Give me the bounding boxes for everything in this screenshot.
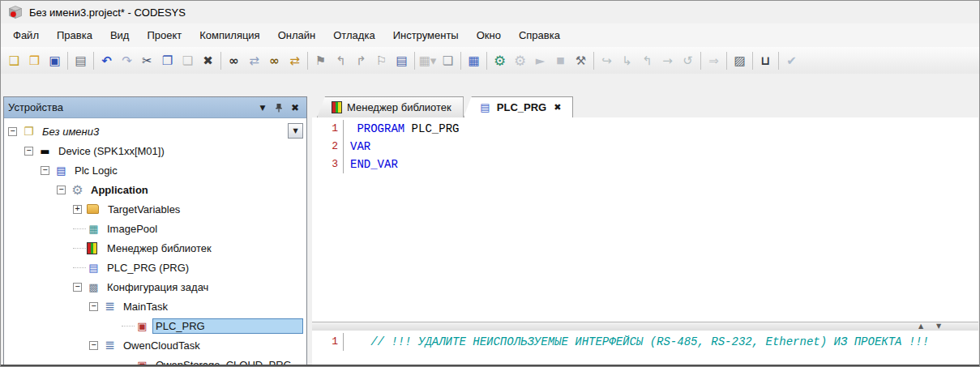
display-mode-button[interactable]: ▨ [730, 50, 750, 71]
toggle-bookmark-button[interactable]: ⚑ [310, 50, 331, 71]
library-manager-icon [87, 242, 97, 254]
next-bookmark-button[interactable]: ↱ [351, 50, 371, 71]
update-device-button[interactable]: ✔ [781, 50, 802, 71]
save-project-button[interactable]: ▣ [45, 50, 65, 71]
devices-panel-title: Устройства [8, 101, 254, 113]
menu-online[interactable]: Онлайн [269, 23, 325, 47]
toolbar-separator [414, 52, 415, 70]
close-icon[interactable]: ✖ [288, 100, 302, 115]
tree-connector [122, 326, 135, 326]
folder-icon [87, 204, 99, 214]
print-button[interactable]: ▤ [71, 50, 91, 71]
declaration-editor[interactable]: 1 PROGRAM PLC_PRG 2 VAR 3 END_VAR [312, 117, 978, 322]
step-into-button[interactable]: ↳ [617, 50, 637, 71]
reset-button[interactable]: ↺ [678, 50, 698, 71]
expand-toggle-icon[interactable] [57, 186, 66, 194]
tree-item-project-root[interactable]: Без имени3 [4, 122, 306, 141]
pou-document-icon [478, 101, 492, 113]
step-over-button[interactable]: ↪ [597, 50, 617, 71]
undo-button[interactable]: ↶ [96, 50, 117, 71]
menu-build[interactable]: Компиляция [190, 23, 268, 47]
menu-help[interactable]: Справка [510, 23, 569, 47]
implementation-editor[interactable]: 1 // !!! УДАЛИТЕ НЕИСПОЛЬЗУЕМЫЕ ИНТЕРФЕЙ… [312, 331, 978, 365]
show-next-statement-button[interactable]: ⇒ [704, 50, 724, 71]
find-button[interactable]: ∞ [224, 50, 244, 71]
tree-item-application[interactable]: Application [4, 180, 306, 199]
expand-toggle-icon[interactable] [89, 302, 98, 311]
step-out-button[interactable]: ↰ [637, 50, 657, 71]
copy-button[interactable]: ❐ [157, 50, 178, 71]
logout-button[interactable]: ⚙ [510, 50, 530, 71]
start-button[interactable]: ► [530, 50, 550, 71]
menu-debug[interactable]: Отладка [324, 23, 383, 47]
root-dropdown-button[interactable]: ▼ [288, 123, 303, 139]
toolbar-separator [93, 52, 94, 70]
new-object-button[interactable]: ❏ [438, 50, 458, 71]
code-text: PROGRAM PLC_PRG [344, 120, 459, 138]
collapse-up-icon[interactable]: ▲ [914, 322, 928, 330]
tab-plc-prg[interactable]: PLC_PRG ✖ [464, 96, 574, 117]
close-tab-icon[interactable]: ✖ [554, 102, 561, 113]
codesys-logo-icon [8, 6, 23, 19]
find-in-project-button[interactable]: ∞ [264, 50, 285, 71]
menu-window[interactable]: Окно [468, 23, 510, 47]
build-button[interactable]: ▦ [464, 50, 484, 71]
tree-item-task-configuration[interactable]: Конфигурация задач [4, 277, 306, 297]
declarations-view-button[interactable]: ▦▾ [417, 50, 438, 71]
replace-button[interactable]: ⇄ [244, 50, 264, 71]
image-pool-icon [87, 223, 101, 235]
delete-button[interactable]: ✖ [198, 50, 218, 71]
tab-label: PLC_PRG [497, 101, 546, 113]
expand-toggle-icon[interactable] [24, 147, 33, 156]
tree-item-targetvariables[interactable]: TargetVariables [4, 199, 306, 219]
tree-item-label: PLC_PRG (PRG) [104, 260, 192, 275]
open-project-button[interactable]: ❒ [24, 50, 45, 71]
paste-button[interactable]: ❏ [178, 50, 198, 71]
expand-toggle-icon[interactable] [73, 283, 82, 292]
tree-item-imagepool[interactable]: ImagePool [4, 219, 306, 238]
cut-button[interactable]: ✂ [137, 50, 157, 71]
library-manager-icon [332, 101, 342, 113]
multi-download-button[interactable]: ⚒ [571, 50, 591, 71]
toolbar-separator [593, 52, 594, 70]
toolbar-separator [220, 52, 221, 70]
keyword: PROGRAM [350, 122, 404, 135]
editor-area: Менеджер библиотек PLC_PRG ✖ 1 PROGRAM P… [312, 96, 978, 365]
pin-icon[interactable] [272, 100, 286, 115]
new-file-button[interactable]: ❑ [4, 50, 24, 71]
clear-bookmarks-button[interactable]: ⚐ [371, 50, 392, 71]
replace-in-project-button[interactable]: ⇄ [285, 50, 305, 71]
bookmarks-window-button[interactable]: ▤ [392, 50, 412, 71]
window-position-icon[interactable]: ▼ [255, 100, 270, 115]
expand-toggle-icon[interactable] [8, 127, 17, 136]
tree-item-maintask-plc-prg[interactable]: PLC_PRG [4, 316, 306, 335]
collapse-down-icon[interactable]: ▼ [931, 322, 946, 330]
expand-toggle-icon[interactable] [73, 205, 82, 214]
store-cart-button[interactable]: ⊔ [755, 50, 776, 71]
previous-bookmark-button[interactable]: ↰ [331, 50, 351, 71]
code-line: 2 VAR [312, 138, 978, 156]
window-bottom-border [1, 365, 979, 366]
run-to-cursor-button[interactable]: → [657, 50, 678, 71]
editor-tab-bar: Менеджер библиотек PLC_PRG ✖ [312, 96, 978, 117]
stop-button[interactable]: ■ [550, 50, 571, 71]
toolbar-gap [1, 74, 979, 96]
tree-item-plc-logic[interactable]: Plc Logic [4, 160, 306, 180]
tree-item-plc-prg-pou[interactable]: PLC_PRG (PRG) [4, 258, 306, 277]
menu-project[interactable]: Проект [138, 23, 190, 47]
expand-toggle-icon[interactable] [41, 166, 49, 175]
tree-item-library-manager[interactable]: Менеджер библиотек [4, 238, 306, 258]
login-button[interactable]: ⚙ [490, 50, 510, 71]
menu-edit[interactable]: Правка [48, 23, 101, 47]
redo-button[interactable]: ↷ [117, 50, 137, 71]
menu-view[interactable]: Вид [101, 23, 139, 47]
tree-item-owencloudtask[interactable]: OwenCloudTask [4, 335, 306, 355]
tree-item-device[interactable]: Device (SPK1xx[M01]) [4, 141, 306, 160]
keyword: VAR [350, 140, 370, 153]
code-line: 3 END_VAR [312, 156, 978, 173]
menu-file[interactable]: Файл [4, 23, 48, 47]
expand-toggle-icon[interactable] [89, 341, 98, 350]
menu-tools[interactable]: Инструменты [384, 23, 468, 47]
tree-item-maintask[interactable]: MainTask [4, 297, 306, 316]
tab-library-manager[interactable]: Менеджер библиотек [317, 96, 464, 117]
